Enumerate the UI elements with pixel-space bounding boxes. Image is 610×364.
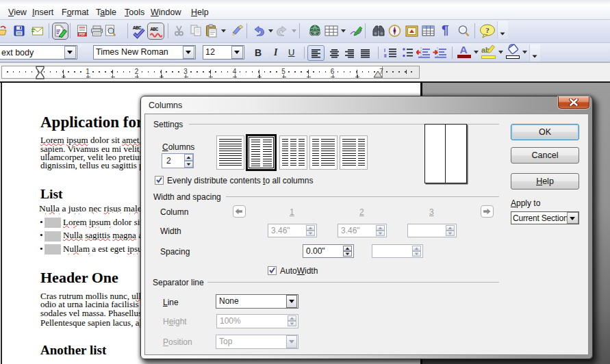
svg-text:?: ?: [485, 26, 490, 34]
svg-text:ABC: ABC: [133, 25, 142, 31]
svg-text:ABC: ABC: [151, 27, 158, 32]
svg-text:II: II: [384, 53, 387, 58]
svg-text:I: I: [384, 48, 385, 53]
svg-text:PDF: PDF: [79, 33, 85, 36]
